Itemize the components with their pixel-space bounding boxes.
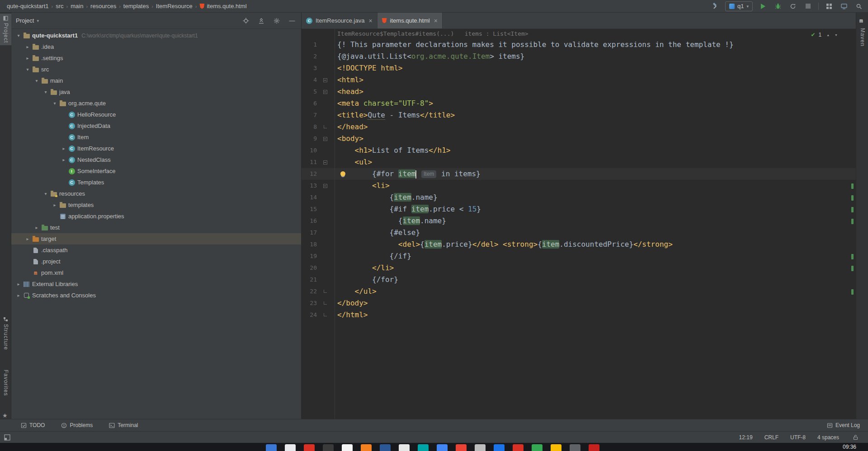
fold-collapse-icon[interactable]: − bbox=[323, 90, 327, 94]
breadcrumb-item-qute-quickstart1[interactable]: qute-quickstart1 bbox=[5, 3, 51, 9]
tab-itemresource-java[interactable]: CItemResource.java× bbox=[302, 13, 377, 28]
code-line[interactable]: 11− <ul> bbox=[302, 156, 856, 168]
fold-end-icon[interactable] bbox=[324, 125, 327, 128]
code-line[interactable]: 23</body> bbox=[302, 297, 856, 309]
code-line[interactable]: 7<title>Qute - Items</title> bbox=[302, 109, 856, 121]
breadcrumb-item-itemresource[interactable]: ItemResource bbox=[154, 3, 195, 9]
project-panel-title[interactable]: Project bbox=[16, 17, 34, 24]
tree-item-external-libraries[interactable]: ▸External Libraries bbox=[11, 278, 301, 290]
code-line[interactable]: 14 {item.name} bbox=[302, 192, 856, 203]
chevron-right-icon[interactable]: ▸ bbox=[24, 236, 31, 241]
code-line[interactable]: 17 {#else} bbox=[302, 227, 856, 239]
code-line[interactable]: 21 {/for} bbox=[302, 274, 856, 286]
prev-highlight-icon[interactable]: ▲ bbox=[826, 33, 830, 37]
code-line[interactable]: 24</html> bbox=[302, 309, 856, 321]
code-line[interactable]: 9−<body> bbox=[302, 133, 856, 145]
close-icon[interactable]: × bbox=[368, 17, 372, 24]
tree-item-scratches-and-consoles[interactable]: ▸Scratches and Consoles bbox=[11, 290, 301, 301]
taskbar-app-icon-14[interactable] bbox=[513, 444, 524, 451]
code-line[interactable]: 8</head> bbox=[302, 121, 856, 133]
taskbar-app-icon-2[interactable] bbox=[285, 444, 296, 451]
chevron-down-icon[interactable]: ▾ bbox=[51, 101, 58, 106]
inspection-widget[interactable]: ✔ 1 ▲ ▼ bbox=[811, 32, 838, 38]
tree-item-classpath[interactable]: .classpath bbox=[11, 244, 301, 256]
tree-item-nestedclass[interactable]: ▸CNestedClass bbox=[11, 154, 301, 165]
breadcrumb-item-main[interactable]: main bbox=[68, 3, 85, 9]
tree-item-item[interactable]: CItem bbox=[11, 132, 301, 143]
collapse-all-icon[interactable] bbox=[257, 16, 266, 25]
next-highlight-icon[interactable]: ▼ bbox=[835, 33, 838, 37]
taskbar-app-icon-15[interactable] bbox=[532, 444, 542, 451]
code-line[interactable]: 13− <li> bbox=[302, 180, 856, 192]
build-hammer-icon[interactable] bbox=[710, 2, 719, 11]
code-line[interactable]: 15 {#if item.price < 15} bbox=[302, 203, 856, 215]
chevron-right-icon[interactable]: ▸ bbox=[24, 44, 31, 49]
vcs-change-mark[interactable] bbox=[851, 195, 854, 201]
taskbar-app-icon-6[interactable] bbox=[361, 444, 372, 451]
taskbar-app-icon-10[interactable] bbox=[437, 444, 448, 451]
fold-collapse-icon[interactable]: − bbox=[323, 137, 327, 141]
breadcrumb-item-resources[interactable]: resources bbox=[88, 3, 118, 9]
hide-panel-icon[interactable]: — bbox=[288, 16, 297, 25]
fold-end-icon[interactable] bbox=[324, 290, 327, 293]
tree-item-helloresource[interactable]: CHelloResource bbox=[11, 109, 301, 120]
taskbar-app-icon-5[interactable] bbox=[342, 444, 353, 451]
chevron-right-icon[interactable]: ▸ bbox=[60, 157, 67, 162]
tree-item-java[interactable]: ▾java bbox=[11, 86, 301, 98]
taskbar-app-icon-16[interactable] bbox=[551, 444, 561, 451]
tree-item-pom-xml[interactable]: mpom.xml bbox=[11, 267, 301, 278]
code-line[interactable]: 6<meta charset="UTF-8"> bbox=[302, 98, 856, 109]
taskbar-app-icon-7[interactable] bbox=[380, 444, 391, 451]
toolwindow-toggle-icon[interactable] bbox=[3, 433, 12, 442]
taskbar-app-icon-3[interactable] bbox=[304, 444, 315, 451]
chevron-down-icon[interactable]: ▾ bbox=[33, 78, 40, 83]
line-separator[interactable]: CRLF bbox=[764, 434, 778, 441]
taskbar-app-icon-8[interactable] bbox=[399, 444, 410, 451]
tree-item-templates[interactable]: ▸templates bbox=[11, 199, 301, 211]
tree-item-itemresource[interactable]: ▸CItemResource bbox=[11, 143, 301, 154]
fold-end-icon[interactable] bbox=[324, 313, 327, 316]
taskbar-app-icon-9[interactable] bbox=[418, 444, 429, 451]
tree-item-idea[interactable]: ▸.idea bbox=[11, 41, 301, 52]
tree-item-resources[interactable]: ▾resources bbox=[11, 188, 301, 199]
chevron-down-icon[interactable]: ▾ bbox=[24, 67, 31, 72]
code-line[interactable]: 20 </li> bbox=[302, 262, 856, 274]
breadcrumb-item-src[interactable]: src bbox=[53, 3, 66, 9]
intention-bulb-icon[interactable] bbox=[340, 171, 345, 176]
settings-gear-icon[interactable] bbox=[272, 16, 281, 25]
chevron-right-icon[interactable]: ▸ bbox=[15, 293, 22, 298]
chevron-down-icon[interactable]: ▾ bbox=[42, 191, 49, 196]
taskbar-app-icon-1[interactable] bbox=[266, 444, 277, 451]
problems-button[interactable]: Problems bbox=[61, 422, 93, 428]
readonly-lock-icon[interactable] bbox=[851, 433, 860, 442]
code-line[interactable]: 19 {/if} bbox=[302, 250, 856, 262]
tree-item-project[interactable]: .project bbox=[11, 256, 301, 267]
search-icon[interactable] bbox=[854, 2, 863, 11]
chevron-right-icon[interactable]: ▸ bbox=[60, 146, 67, 151]
fold-collapse-icon[interactable]: − bbox=[323, 160, 327, 164]
code-line[interactable]: 2{@java.util.List<org.acme.qute.Item> it… bbox=[302, 51, 856, 62]
breadcrumb-item-templates[interactable]: templates bbox=[121, 3, 151, 9]
tree-item-injecteddata[interactable]: CInjectedData bbox=[11, 120, 301, 132]
code-line[interactable]: 12 {#for item Item in items} bbox=[302, 168, 856, 180]
locate-file-icon[interactable] bbox=[241, 16, 250, 25]
fold-collapse-icon[interactable]: − bbox=[323, 78, 327, 82]
tree-item-application-properties[interactable]: application.properties bbox=[11, 211, 301, 222]
run-config-selector[interactable]: q1 ▾ bbox=[725, 1, 753, 11]
tree-item-settings[interactable]: ▸.settings bbox=[11, 52, 301, 64]
taskbar-app-icon-12[interactable] bbox=[475, 444, 486, 451]
taskbar-app-icon-18[interactable] bbox=[589, 444, 599, 451]
tree-item-test[interactable]: ▸test bbox=[11, 222, 301, 233]
vcs-change-mark[interactable] bbox=[851, 254, 854, 259]
chevron-down-icon[interactable]: ▾ bbox=[15, 33, 22, 38]
favorites-stripe-button[interactable]: Favorites bbox=[0, 367, 11, 398]
tree-item-templates[interactable]: CTemplates bbox=[11, 177, 301, 188]
tree-item-qute-quickstart1[interactable]: ▾qute-quickstart1C:\work\src\tmp\quarkus… bbox=[11, 30, 301, 41]
tree-item-target[interactable]: ▸target bbox=[11, 233, 301, 244]
structure-stripe-button[interactable]: Structure bbox=[0, 315, 11, 352]
tree-item-org-acme-qute[interactable]: ▾org.acme.qute bbox=[11, 98, 301, 109]
vcs-change-mark[interactable] bbox=[851, 183, 854, 189]
code-line[interactable]: 3<!DOCTYPE html> bbox=[302, 62, 856, 74]
tab-items-qute-html[interactable]: items.qute.html× bbox=[377, 13, 443, 28]
caret-position[interactable]: 12:19 bbox=[739, 434, 753, 441]
